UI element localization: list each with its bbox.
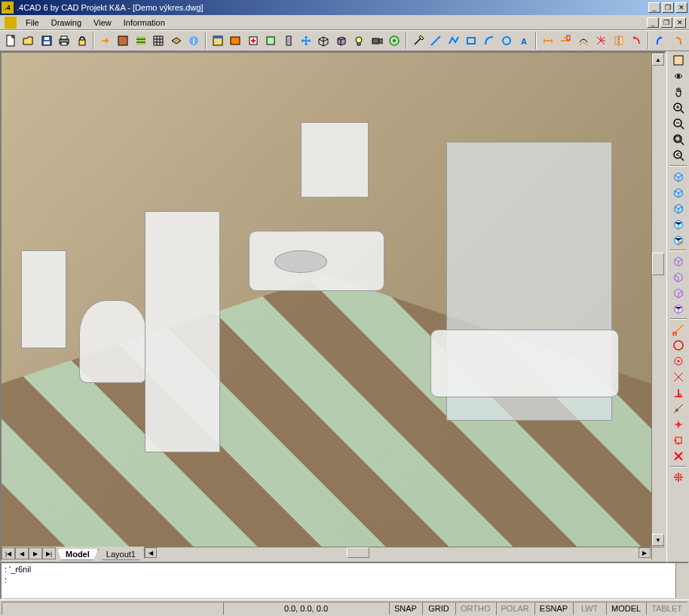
tool-offset-button[interactable] (575, 32, 591, 49)
tool-box-button[interactable] (333, 32, 349, 49)
tool-pattern1-button[interactable] (115, 32, 131, 49)
scroll-right-button[interactable]: ▶ (638, 547, 651, 558)
zoom-regen-button[interactable] (670, 69, 687, 84)
tab-layout1[interactable]: Layout1 (98, 549, 144, 560)
command-text[interactable]: : '_r6nil : (2, 563, 675, 598)
tool-rotate-button[interactable] (628, 32, 644, 49)
tool-wall-button[interactable] (227, 32, 243, 49)
snap-center-button[interactable] (670, 354, 687, 369)
print-button[interactable] (56, 32, 72, 49)
tool-column-button[interactable] (280, 32, 296, 49)
pan-button[interactable] (670, 84, 687, 100)
tool-trim-button[interactable] (558, 32, 574, 49)
command-scrollbar[interactable] (675, 563, 687, 598)
zoom-previous-button[interactable] (670, 148, 687, 163)
snap-nearest-button[interactable] (670, 401, 687, 416)
tool-mirror-button[interactable] (611, 32, 626, 49)
tool-light-button[interactable] (351, 32, 367, 49)
vertical-scrollbar[interactable]: ▲ ▼ (651, 53, 665, 547)
tab-model[interactable]: Model (57, 549, 98, 560)
tab-next-button[interactable]: ▶ (29, 547, 42, 559)
minimize-button[interactable]: _ (648, 2, 660, 13)
zoom-extents-button[interactable] (670, 132, 687, 147)
scroll-thumb[interactable] (652, 253, 664, 275)
scroll-down-button[interactable]: ▼ (652, 534, 664, 546)
tool-insert-button[interactable] (245, 32, 261, 49)
scroll-up-button[interactable]: ▲ (652, 54, 664, 66)
tool-window-button[interactable] (210, 32, 225, 49)
tool-line-button[interactable] (427, 32, 443, 49)
maximize-button[interactable]: ❐ (662, 2, 674, 13)
tool-dimension-button[interactable] (540, 32, 556, 49)
view-iso-se-button[interactable] (670, 232, 687, 247)
tool-arrow-button[interactable] (97, 32, 113, 49)
model-toggle[interactable]: MODEL (606, 602, 646, 615)
tab-last-button[interactable]: ▶| (42, 547, 56, 559)
command-window[interactable]: : '_r6nil : (0, 562, 689, 599)
snap-perpendicular-button[interactable] (670, 385, 687, 400)
tab-prev-button[interactable]: ◀ (15, 547, 29, 559)
drawing-canvas[interactable] (2, 53, 651, 547)
zoom-window-button[interactable] (670, 53, 687, 68)
menu-file[interactable]: File (20, 17, 45, 29)
snap-midpoint-button[interactable] (670, 338, 687, 353)
menu-view[interactable]: View (87, 17, 118, 29)
scroll-left-button[interactable]: ◀ (145, 547, 157, 558)
view-front-button[interactable] (670, 185, 687, 200)
tool-move-button[interactable] (298, 32, 314, 49)
new-button[interactable] (3, 32, 19, 49)
snap-settings-button[interactable] (670, 470, 687, 485)
save-button[interactable] (38, 32, 54, 49)
tool-grid-button[interactable] (151, 32, 167, 49)
esnap-toggle[interactable]: ESNAP (534, 602, 573, 615)
info-button[interactable]: i (186, 32, 202, 49)
lwt-toggle[interactable]: LWT (573, 602, 606, 615)
horizontal-scrollbar[interactable]: ◀ ▶ (144, 547, 651, 559)
zoom-in-button[interactable] (670, 100, 687, 115)
view-top-button[interactable] (670, 169, 687, 184)
view-iso-sw-button[interactable] (670, 216, 687, 231)
snap-toggle[interactable]: SNAP (389, 602, 422, 615)
tool-element-button[interactable] (262, 32, 278, 49)
ortho-toggle[interactable]: ORTHO (455, 602, 496, 615)
tool-draw-button[interactable] (410, 32, 426, 49)
view3d-right-button[interactable] (670, 285, 687, 300)
close-button[interactable]: ✕ (675, 2, 687, 13)
tablet-toggle[interactable]: TABLET (646, 602, 687, 615)
grid-toggle[interactable]: GRID (422, 602, 455, 615)
tool-slab-button[interactable] (168, 32, 184, 49)
tool-rect-button[interactable] (463, 32, 479, 49)
view3d-front-button[interactable] (670, 269, 687, 284)
menu-drawing[interactable]: Drawing (45, 17, 87, 29)
snap-endpoint-button[interactable] (670, 322, 687, 337)
undo-button[interactable] (652, 32, 668, 49)
mdi-close-button[interactable]: ✕ (674, 17, 686, 28)
tool-isometric-button[interactable] (316, 32, 332, 49)
view3d-iso-button[interactable] (670, 301, 687, 316)
tool-pattern2-button[interactable] (133, 32, 149, 49)
redo-button[interactable] (669, 32, 685, 49)
snap-none-button[interactable] (670, 449, 687, 464)
tool-camera-button[interactable] (369, 32, 384, 49)
hscroll-thumb[interactable] (347, 547, 369, 558)
scroll-track[interactable] (652, 66, 664, 534)
snap-insert-button[interactable] (670, 433, 687, 448)
view3d-top-button[interactable] (670, 253, 687, 268)
tool-polyline-button[interactable] (446, 32, 461, 49)
tool-explode-button[interactable] (593, 32, 609, 49)
tool-render-button[interactable] (387, 32, 403, 49)
tool-text-button[interactable]: A (516, 32, 532, 49)
tool-circle-button[interactable] (498, 32, 514, 49)
mdi-minimize-button[interactable]: _ (647, 17, 659, 28)
polar-toggle[interactable]: POLAR (496, 602, 534, 615)
snap-node-button[interactable] (670, 417, 687, 432)
tab-first-button[interactable]: |◀ (2, 547, 15, 559)
tool-arc-button[interactable] (481, 32, 497, 49)
snap-intersection-button[interactable] (670, 369, 687, 385)
menu-information[interactable]: Information (118, 17, 171, 29)
zoom-out-button[interactable] (670, 116, 687, 131)
open-button[interactable] (20, 32, 36, 49)
mdi-restore-button[interactable]: ❐ (660, 17, 672, 28)
view-right-button[interactable] (670, 201, 687, 216)
lock-button[interactable] (74, 32, 90, 49)
